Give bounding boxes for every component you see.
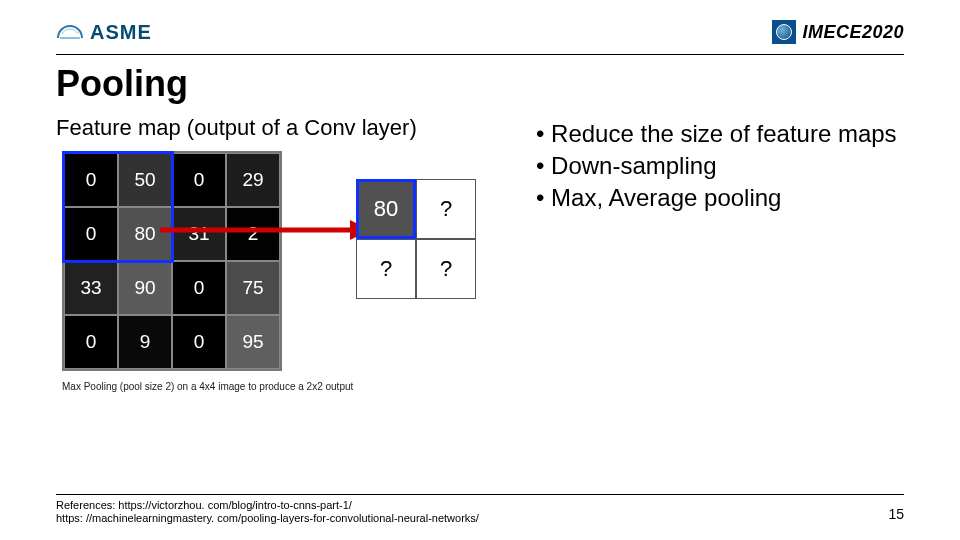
references-block: References: https://victorzhou. com/blog… [56,499,904,527]
pooling-diagram: 050029080312339007509095 80??? Max Pooli… [56,147,496,407]
asme-globe-icon [56,18,84,46]
output-grid: 80??? [356,179,476,299]
feature-cell: 95 [226,315,280,369]
feature-cell: 90 [118,261,172,315]
bullet-item: Max, Average pooling [536,183,904,213]
page-number: 15 [888,506,904,522]
bullet-list: Reduce the size of feature mapsDown-samp… [536,119,904,213]
feature-cell: 0 [172,261,226,315]
diagram-caption: Max Pooling (pool size 2) on a 4x4 image… [62,381,353,392]
feature-cell: 0 [64,315,118,369]
output-cell: ? [356,239,416,299]
output-cell: ? [416,239,476,299]
arrow-icon [160,205,370,255]
feature-map-label: Feature map (output of a Conv layer) [56,115,496,141]
left-column: Feature map (output of a Conv layer) 050… [56,115,496,407]
feature-cell: 0 [172,153,226,207]
feature-cell: 0 [172,315,226,369]
feature-cell: 29 [226,153,280,207]
footer-divider [56,494,904,495]
asme-logo-text: ASME [90,21,152,44]
footer: References: https://victorzhou. com/blog… [56,494,904,527]
output-cell: 80 [356,179,416,239]
bullet-item: Down-sampling [536,151,904,181]
imece-logo: IMECE2020 [772,20,904,44]
feature-cell: 50 [118,153,172,207]
asme-logo: ASME [56,18,152,46]
bullet-item: Reduce the size of feature maps [536,119,904,149]
reference-line: https: //machinelearningmastery. com/poo… [56,512,904,526]
feature-cell: 9 [118,315,172,369]
header-bar: ASME IMECE2020 [56,12,904,52]
feature-cell: 0 [64,153,118,207]
output-cell: ? [416,179,476,239]
header-divider [56,54,904,55]
right-column: Reduce the size of feature mapsDown-samp… [536,115,904,407]
feature-cell: 33 [64,261,118,315]
imece-logo-text: IMECE2020 [802,22,904,43]
feature-map-grid: 050029080312339007509095 [62,151,282,371]
slide-title: Pooling [56,63,904,105]
content-row: Feature map (output of a Conv layer) 050… [56,115,904,407]
slide: ASME IMECE2020 Pooling Feature map (outp… [0,0,960,540]
imece-globe-icon [772,20,796,44]
reference-line: References: https://victorzhou. com/blog… [56,499,904,513]
feature-cell: 75 [226,261,280,315]
feature-cell: 0 [64,207,118,261]
